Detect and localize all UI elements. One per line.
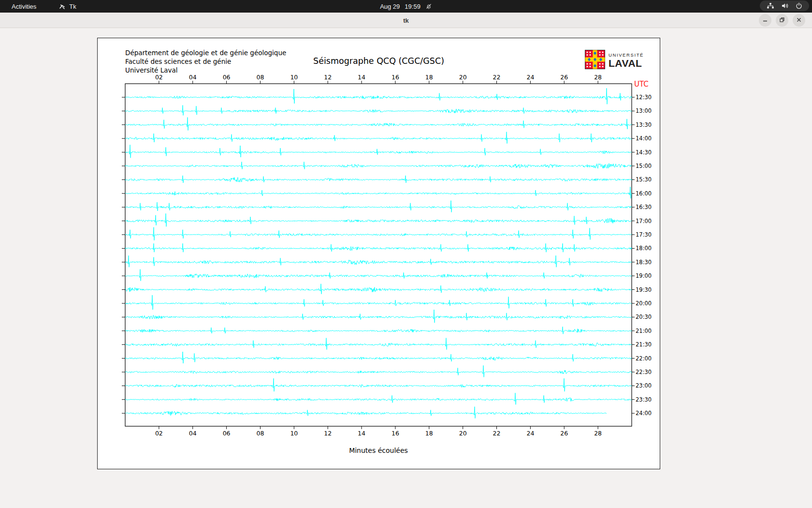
svg-text:04: 04 — [189, 430, 197, 437]
tk-icon — [58, 3, 66, 10]
svg-text:16:00: 16:00 — [636, 190, 652, 197]
close-icon — [796, 16, 802, 25]
svg-text:23:00: 23:00 — [636, 382, 652, 389]
svg-text:20:00: 20:00 — [636, 300, 652, 307]
svg-text:06: 06 — [223, 430, 231, 437]
svg-text:26: 26 — [560, 74, 568, 81]
svg-text:14:00: 14:00 — [636, 135, 652, 142]
svg-text:21:00: 21:00 — [636, 328, 652, 334]
svg-text:12:30: 12:30 — [636, 94, 652, 101]
svg-text:22:30: 22:30 — [636, 369, 652, 375]
svg-text:16: 16 — [392, 430, 399, 437]
clock-menu[interactable]: Aug 29 19:59 — [380, 3, 432, 10]
helicorder-plot: 0202040406060808101012121414161618182020… — [98, 38, 661, 470]
svg-text:14:30: 14:30 — [636, 149, 652, 156]
svg-text:28: 28 — [594, 430, 602, 437]
clock-time: 19:59 — [405, 3, 420, 10]
svg-text:08: 08 — [257, 430, 264, 437]
svg-text:18: 18 — [425, 430, 433, 437]
svg-text:20: 20 — [459, 74, 467, 81]
window-title: tk — [0, 13, 812, 28]
bell-off-icon — [425, 3, 432, 10]
clock-date: Aug 29 — [380, 3, 400, 10]
gnome-top-bar: Activities Tk Aug 29 19:59 — [0, 0, 812, 13]
svg-text:12: 12 — [324, 74, 332, 81]
svg-text:14: 14 — [358, 74, 365, 81]
svg-text:06: 06 — [223, 74, 231, 81]
system-status-area[interactable] — [760, 0, 809, 11]
svg-text:10: 10 — [290, 430, 298, 437]
svg-text:04: 04 — [189, 74, 197, 81]
svg-text:02: 02 — [155, 74, 163, 81]
svg-text:13:30: 13:30 — [636, 121, 652, 128]
seismograph-canvas: Département de géologie et de génie géol… — [97, 38, 660, 469]
svg-text:20:30: 20:30 — [636, 314, 652, 320]
app-menu[interactable]: Tk — [58, 3, 76, 10]
volume-icon — [781, 2, 789, 9]
svg-text:14: 14 — [358, 430, 365, 437]
maximize-icon — [779, 16, 785, 25]
svg-text:UTC: UTC — [634, 80, 649, 89]
svg-text:16:30: 16:30 — [636, 204, 652, 210]
network-icon — [767, 2, 774, 9]
svg-text:15:30: 15:30 — [636, 176, 652, 183]
svg-text:23:30: 23:30 — [636, 396, 652, 403]
power-icon — [796, 2, 802, 9]
tk-window-content: Département de géologie et de génie géol… — [0, 29, 812, 508]
svg-text:18:30: 18:30 — [636, 259, 652, 266]
svg-text:24: 24 — [526, 74, 534, 81]
minimize-button[interactable] — [759, 14, 771, 27]
svg-text:17:00: 17:00 — [636, 218, 652, 224]
svg-text:13:00: 13:00 — [636, 107, 652, 114]
svg-text:18:00: 18:00 — [636, 245, 652, 252]
svg-text:20: 20 — [459, 430, 467, 437]
svg-text:08: 08 — [257, 74, 264, 81]
svg-text:Minutes écoulées: Minutes écoulées — [349, 447, 408, 454]
svg-text:28: 28 — [594, 74, 602, 81]
svg-text:26: 26 — [560, 430, 568, 437]
minimize-icon — [762, 16, 768, 25]
svg-text:24: 24 — [526, 430, 534, 437]
svg-text:22:00: 22:00 — [636, 355, 652, 362]
app-menu-label: Tk — [69, 3, 76, 10]
svg-text:24:00: 24:00 — [636, 410, 652, 417]
svg-text:19:30: 19:30 — [636, 286, 652, 293]
svg-text:10: 10 — [290, 74, 298, 81]
svg-text:18: 18 — [425, 74, 433, 81]
svg-text:12: 12 — [324, 430, 332, 437]
activities-button[interactable]: Activities — [8, 2, 40, 11]
close-button[interactable] — [793, 14, 805, 27]
svg-text:16: 16 — [392, 74, 399, 81]
window-titlebar[interactable]: tk — [0, 13, 812, 28]
svg-text:19:00: 19:00 — [636, 272, 652, 279]
svg-text:15:00: 15:00 — [636, 163, 652, 169]
svg-text:17:30: 17:30 — [636, 231, 652, 238]
svg-text:22: 22 — [493, 74, 501, 81]
svg-text:22: 22 — [493, 430, 501, 437]
svg-text:02: 02 — [155, 430, 163, 437]
maximize-button[interactable] — [776, 14, 788, 27]
svg-text:21:30: 21:30 — [636, 341, 652, 348]
